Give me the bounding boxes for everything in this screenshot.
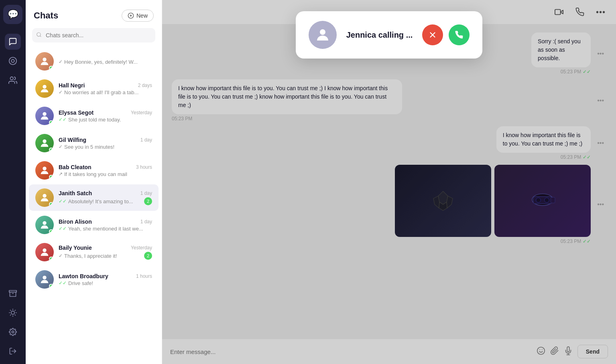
svg-point-1 (11, 59, 14, 62)
check-icon: ✓✓ (59, 117, 67, 122)
chat-item[interactable]: Baily Younie Yesterday ✓ Thanks, I appre… (29, 239, 159, 265)
chat-info: Biron Alison 1 day ✓✓ Yeah, she mentione… (59, 218, 152, 232)
unread-badge: 2 (144, 252, 152, 260)
svg-point-25 (43, 167, 46, 170)
chat-name: Biron Alison (59, 218, 92, 225)
chat-time: 2 days (138, 83, 152, 88)
chat-item[interactable]: ✓ Hey Bonnie, yes, definitely! W... (29, 48, 159, 75)
chat-info: Hall Negri 2 days ✓ No worries at all! I… (59, 82, 152, 95)
avatar (35, 216, 54, 234)
svg-point-14 (12, 331, 14, 333)
chat-time: Yesterday (131, 245, 152, 251)
svg-line-20 (40, 36, 41, 37)
chat-preview: ✓✓ Absolutely! It's amazing to... 2 (59, 197, 152, 205)
avatar (35, 188, 54, 207)
check-icon: ✓ (59, 144, 63, 150)
avatar (35, 270, 54, 289)
chat-info: Elyssa Segot Yesterday ✓✓ She just told … (59, 109, 152, 123)
caller-name: Jennica calling ... (346, 30, 413, 39)
sidebar-item-chats[interactable] (5, 34, 21, 50)
online-indicator (49, 120, 53, 125)
call-modal-overlay: Jennica calling ... (162, 0, 616, 364)
svg-point-23 (43, 112, 46, 116)
sidebar-item-archive[interactable] (5, 285, 21, 301)
chat-item[interactable]: Gil Wilfing 1 day ✓ See you in 5 minutes… (29, 130, 159, 156)
svg-point-21 (43, 58, 46, 61)
main-chat-area: ••• ••• Sorry :( send you as soon as pos… (162, 0, 616, 364)
svg-point-0 (9, 57, 16, 65)
sidebar-title: Chats (34, 10, 58, 21)
sidebar-item-logout[interactable] (5, 343, 21, 359)
svg-point-5 (11, 311, 14, 314)
avatar (35, 79, 54, 98)
chat-name: Elyssa Segot (59, 109, 94, 116)
accept-call-button[interactable] (449, 24, 470, 45)
chat-name: Hall Negri (59, 82, 85, 89)
chat-name: Gil Wilfing (59, 137, 86, 143)
chat-item[interactable]: Lawton Broadbury 1 hours ✓✓ Drive safe! (29, 266, 159, 293)
chat-preview: ✓ Hey Bonnie, yes, definitely! W... (59, 59, 152, 65)
sidebar-item-circles[interactable] (5, 53, 21, 69)
avatar (35, 161, 54, 180)
sidebar-item-settings[interactable] (5, 324, 21, 340)
chat-item[interactable]: Hall Negri 2 days ✓ No worries at all! I… (29, 75, 159, 102)
avatar (35, 52, 54, 71)
chat-time: 3 hours (136, 164, 152, 170)
chat-item[interactable]: Elyssa Segot Yesterday ✓✓ She just told … (29, 103, 159, 129)
call-actions (422, 24, 470, 45)
svg-point-24 (43, 140, 46, 143)
online-indicator (49, 229, 53, 234)
chat-item[interactable]: Biron Alison 1 day ✓✓ Yeah, she mentione… (29, 212, 159, 238)
sidebar-item-users[interactable] (5, 72, 21, 88)
chat-time: Yesterday (131, 110, 152, 115)
avatar (35, 243, 54, 261)
online-indicator (49, 66, 53, 70)
svg-line-9 (15, 315, 15, 315)
online-indicator (49, 175, 53, 179)
chats-sidebar: Chats New ✓ (26, 0, 162, 364)
chat-name: Baily Younie (59, 245, 92, 251)
chat-info: Baily Younie Yesterday ✓ Thanks, I appre… (59, 245, 152, 260)
app-logo: 💬 (3, 5, 22, 24)
svg-line-12 (10, 315, 11, 315)
chat-name: Lawton Broadbury (59, 273, 108, 279)
svg-point-28 (43, 249, 46, 252)
svg-point-19 (37, 32, 41, 36)
sidebar-item-theme[interactable] (5, 305, 21, 321)
decline-call-button[interactable] (422, 24, 443, 45)
check-icon: ✓ (59, 59, 63, 65)
chat-item[interactable]: Bab Cleaton 3 hours ↗ If it takes long y… (29, 157, 159, 184)
chat-preview: ✓ Thanks, I appreciate it! 2 (59, 252, 152, 260)
check-icon: ✓✓ (59, 280, 67, 286)
unread-badge: 2 (144, 197, 152, 205)
chat-info: ✓ Hey Bonnie, yes, definitely! W... (59, 58, 152, 65)
chat-list: ✓ Hey Bonnie, yes, definitely! W... Hall… (26, 47, 162, 364)
check-icon: ✓ (59, 253, 63, 259)
chat-time: 1 hours (136, 273, 152, 279)
check-icon: ✓✓ (59, 198, 67, 204)
check-icon: ✓✓ (59, 226, 67, 231)
caller-info: Jennica calling ... (346, 30, 413, 40)
chat-item-active[interactable]: Janith Satch 1 day ✓✓ Absolutely! It's a… (29, 184, 159, 211)
chat-preview: ✓✓ Drive safe! (59, 280, 152, 286)
svg-rect-3 (9, 291, 16, 292)
svg-point-26 (43, 194, 46, 198)
chat-info: Gil Wilfing 1 day ✓ See you in 5 minutes… (59, 137, 152, 150)
icon-bar: 💬 (0, 0, 26, 364)
chat-time: 1 day (140, 190, 152, 196)
svg-point-46 (320, 29, 325, 35)
chat-preview: ✓ No worries at all! I'll grab a tab... (59, 89, 152, 95)
chat-info: Janith Satch 1 day ✓✓ Absolutely! It's a… (59, 190, 152, 205)
svg-point-27 (43, 221, 46, 225)
svg-point-2 (10, 77, 13, 80)
logo-icon: 💬 (8, 9, 18, 20)
new-chat-button[interactable]: New (122, 10, 154, 22)
chat-info: Lawton Broadbury 1 hours ✓✓ Drive safe! (59, 273, 152, 286)
search-wrap (26, 28, 162, 47)
chat-preview: ↗ If it takes long you can mail (59, 171, 152, 177)
search-input[interactable] (32, 28, 155, 42)
chat-time: 1 day (140, 137, 152, 143)
caller-avatar (309, 21, 337, 49)
svg-point-29 (43, 276, 46, 279)
chat-preview: ✓✓ Yeah, she mentioned it last we... (59, 226, 152, 232)
